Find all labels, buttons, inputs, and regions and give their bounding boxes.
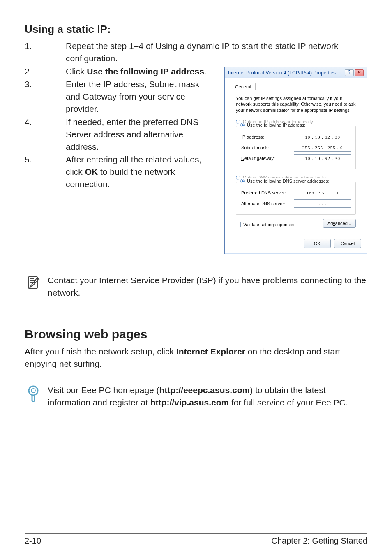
text-bold: Internet Explorer xyxy=(176,347,245,356)
text-fragment: Visit our Eee PC homepage ( xyxy=(48,385,159,395)
text-fragment: Us xyxy=(247,123,252,127)
checkbox-icon xyxy=(236,222,241,227)
step-number: 5. xyxy=(25,153,66,190)
step-text: After entering all the related values, c… xyxy=(66,153,215,190)
radio-label: Use the following DNS server addresses: xyxy=(247,178,330,183)
step-text: Enter the IP address, Subnet mask and Ga… xyxy=(66,78,215,115)
field-label: Subnet mask: xyxy=(241,145,294,150)
field-label: Alternate DNS server: xyxy=(241,201,294,206)
text-fragment: e the following IP address: xyxy=(252,123,305,127)
help-button[interactable]: ? xyxy=(345,69,354,76)
step-text: If needed, enter the preferred DNS Serve… xyxy=(66,116,215,153)
ipv4-properties-dialog: Internet Protocol Version 4 (TCP/IPv4) P… xyxy=(224,67,367,255)
subnet-mask-input[interactable]: 255 . 255 . 255 . 0 xyxy=(294,144,351,152)
advanced-button[interactable]: Advanced... xyxy=(323,219,356,228)
text-fragment: bnet mask: xyxy=(247,145,269,150)
text-bold: http://eeepc.asus.com xyxy=(159,385,250,395)
step-number: 2 xyxy=(25,65,66,78)
preferred-dns-input[interactable]: 168 . 95 . 1 . 1 xyxy=(294,189,351,197)
field-preferred-dns: Preferred DNS server: 168 . 95 . 1 . 1 xyxy=(241,189,351,197)
cancel-button[interactable]: Cancel xyxy=(334,239,361,248)
step-3: 3. Enter the IP address, Subnet mask and… xyxy=(25,78,215,115)
group-dns-settings: Use the following DNS server addresses: … xyxy=(236,182,356,215)
tab-panel-general: You can get IP settings assigned automat… xyxy=(231,90,361,234)
checkbox-label: Validate settings upon exit xyxy=(243,222,296,227)
step-4: 4. If needed, enter the preferred DNS Se… xyxy=(25,116,215,153)
text-fragment: After you finish the network setup, clic… xyxy=(25,347,176,356)
svg-point-2 xyxy=(31,389,35,393)
page-footer: 2-10 Chapter 2: Getting Started xyxy=(25,533,367,546)
dialog-titlebar[interactable]: Internet Protocol Version 4 (TCP/IPv4) P… xyxy=(225,67,367,78)
text-fragment: Su xyxy=(241,145,247,150)
note-icon xyxy=(25,274,42,299)
steps-list-cont: 2 Click Use the following IP address. 3.… xyxy=(25,65,215,190)
text-fragment: the following DNS server addresses: xyxy=(255,178,330,183)
text-fragment: . xyxy=(204,67,207,76)
text-fragment: efault gateway: xyxy=(244,156,275,161)
svg-point-1 xyxy=(29,386,38,395)
text-fragment: anced... xyxy=(335,221,351,226)
text-bold: OK xyxy=(85,167,98,176)
text-fragment: Ad xyxy=(327,221,333,226)
alternate-dns-input[interactable]: . . . xyxy=(294,199,351,208)
field-ip-address: IP address: 10 . 10 . 92 . 30 xyxy=(241,133,351,141)
heading-browsing-web-pages: Browsing web pages xyxy=(25,327,367,341)
default-gateway-input[interactable]: 10 . 10 . 92 . 30 xyxy=(294,154,351,162)
radio-icon xyxy=(240,179,245,183)
radio-use-following-ip[interactable]: Use the following IP address: xyxy=(239,123,307,127)
text-fragment: P address: xyxy=(242,134,264,139)
step-5: 5. After entering all the related values… xyxy=(25,153,215,190)
checkbox-validate-on-exit[interactable]: Validate settings upon exit xyxy=(236,222,296,227)
ip-address-input[interactable]: 10 . 10 . 92 . 30 xyxy=(294,133,351,141)
step-number: 1. xyxy=(25,40,66,65)
close-button[interactable]: ✕ xyxy=(355,69,364,76)
tip-text: Visit our Eee PC homepage (http://eeepc.… xyxy=(48,384,367,409)
field-label: Preferred DNS server: xyxy=(241,190,294,195)
tip-icon xyxy=(25,384,42,409)
step-text: Click Use the following IP address. xyxy=(66,65,215,78)
text-fragment: for full service of your Eee PC. xyxy=(229,398,348,407)
radio-icon xyxy=(240,123,245,127)
step-text: Repeat the step 1–4 of Using a dynamic I… xyxy=(66,40,367,65)
group-ip-settings: Use the following IP address: IP address… xyxy=(236,126,356,169)
steps-list: 1. Repeat the step 1–4 of Using a dynami… xyxy=(25,40,367,65)
radio-label: Use the following IP address: xyxy=(247,123,305,127)
text-fragment: idate settings upon exit xyxy=(249,222,296,227)
step-1: 1. Repeat the step 1–4 of Using a dynami… xyxy=(25,40,367,65)
text-bold: http://vip.asus.com xyxy=(150,398,229,407)
step-number: 3. xyxy=(25,78,66,115)
text-fragment: lternate DNS server: xyxy=(244,201,285,206)
note-box-isp: Contact your Internet Service Provider (… xyxy=(25,270,367,304)
accel: D xyxy=(241,156,244,161)
radio-use-following-dns[interactable]: Use the following DNS server addresses: xyxy=(239,178,331,183)
field-label: Default gateway: xyxy=(241,156,294,161)
heading-using-static-ip: Using a static IP: xyxy=(25,23,367,36)
note-text: Contact your Internet Service Provider (… xyxy=(48,274,367,299)
dialog-description: You can get IP settings assigned automat… xyxy=(236,95,356,114)
field-default-gateway: Default gateway: 10 . 10 . 92 . 30 xyxy=(241,154,351,162)
field-label: IP address: xyxy=(241,134,294,139)
text-fragment: Va xyxy=(243,222,249,227)
tip-box-homepage: Visit our Eee PC homepage (http://eeepc.… xyxy=(25,380,367,414)
text-fragment: Click xyxy=(66,67,87,76)
ok-button[interactable]: OK xyxy=(304,239,331,248)
field-alternate-dns: Alternate DNS server: . . . xyxy=(241,199,351,208)
field-subnet-mask: Subnet mask: 255 . 255 . 255 . 0 xyxy=(241,144,351,152)
dialog-title-text: Internet Protocol Version 4 (TCP/IPv4) P… xyxy=(228,70,336,76)
chapter-label: Chapter 2: Getting Started xyxy=(272,536,367,546)
step-number: 4. xyxy=(25,116,66,153)
tab-general[interactable]: General xyxy=(231,83,256,90)
text-fragment: referred DNS server: xyxy=(244,190,286,195)
page-number: 2-10 xyxy=(25,536,41,546)
step-2: 2 Click Use the following IP address. xyxy=(25,65,215,78)
paragraph-browsing: After you finish the network setup, clic… xyxy=(25,345,367,370)
text-bold: Use the following IP address xyxy=(87,67,204,76)
